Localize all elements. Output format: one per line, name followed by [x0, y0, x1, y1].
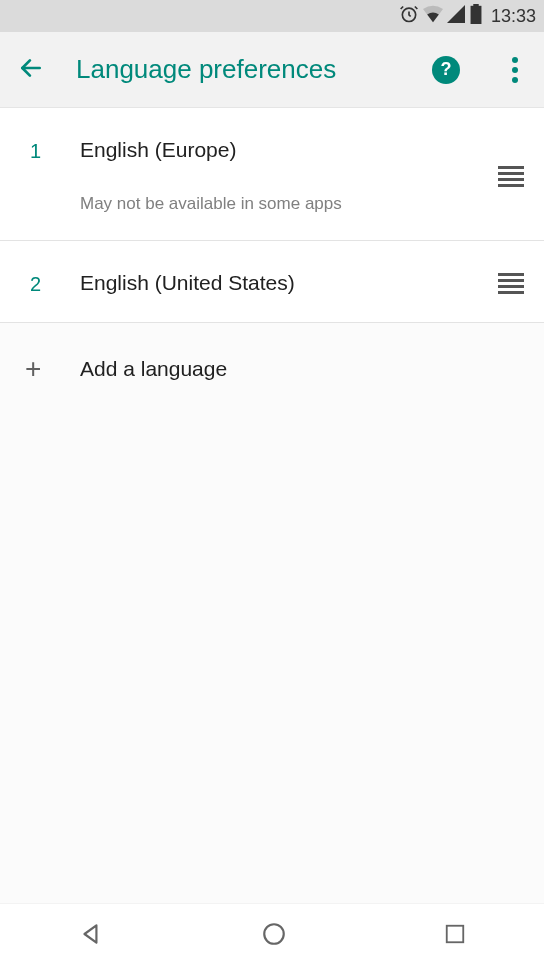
- svg-rect-4: [446, 925, 463, 942]
- drag-handle-icon[interactable]: [498, 166, 524, 187]
- battery-icon: [469, 4, 483, 29]
- content-area: 1 English (Europe) May not be available …: [0, 108, 544, 903]
- cellular-icon: [447, 5, 465, 28]
- nav-back-icon[interactable]: [78, 921, 104, 951]
- navigation-bar: [0, 903, 544, 967]
- language-name: English (United States): [80, 271, 498, 295]
- more-options-icon[interactable]: [504, 53, 526, 87]
- language-name: English (Europe): [80, 138, 498, 162]
- help-icon[interactable]: ?: [432, 56, 460, 84]
- status-time: 13:33: [491, 6, 536, 27]
- add-language-button[interactable]: + Add a language: [0, 323, 544, 415]
- nav-home-icon[interactable]: [261, 921, 287, 951]
- drag-handle-icon[interactable]: [498, 273, 524, 294]
- status-bar: 13:33: [0, 0, 544, 32]
- svg-point-3: [264, 924, 284, 944]
- language-index: 1: [20, 138, 80, 163]
- add-language-label: Add a language: [80, 357, 227, 381]
- svg-rect-2: [470, 5, 481, 23]
- nav-recent-icon[interactable]: [444, 923, 466, 949]
- language-index: 2: [20, 271, 80, 296]
- alarm-icon: [399, 4, 419, 29]
- app-bar: Language preferences ?: [0, 32, 544, 108]
- back-icon[interactable]: [18, 55, 44, 85]
- plus-icon: +: [20, 353, 80, 385]
- language-subtitle: May not be available in some apps: [80, 194, 498, 214]
- wifi-icon: [423, 5, 443, 28]
- language-row[interactable]: 1 English (Europe) May not be available …: [0, 108, 544, 241]
- language-row[interactable]: 2 English (United States): [0, 241, 544, 323]
- page-title: Language preferences: [76, 54, 400, 85]
